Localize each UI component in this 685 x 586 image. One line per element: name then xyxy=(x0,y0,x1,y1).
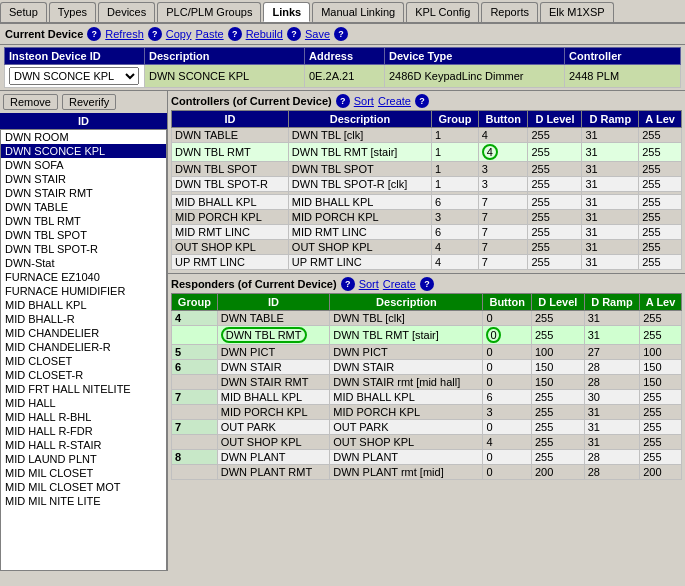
paste-help-icon[interactable]: ? xyxy=(228,27,242,41)
table-row[interactable]: DWN TBL RMTDWN TBL RMT [stair]025531255 xyxy=(172,326,682,345)
resp-desc-cell: DWN PLANT rmt [mid] xyxy=(330,465,483,480)
table-row[interactable]: 7OUT PARKOUT PARK025531255 xyxy=(172,420,682,435)
table-cell: 4 xyxy=(432,255,479,270)
device-header-bar: Insteon Device ID Description Address De… xyxy=(0,45,685,91)
table-row[interactable]: OUT SHOP KPLOUT SHOP KPL425531255 xyxy=(172,435,682,450)
device-list-item[interactable]: MID CLOSET-R xyxy=(1,368,166,382)
responders-create-help-icon[interactable]: ? xyxy=(420,277,434,291)
table-row[interactable]: MID BHALL KPLMID BHALL KPL6725531255 xyxy=(172,195,682,210)
resp-desc-cell: DWN TBL RMT [stair] xyxy=(330,326,483,345)
responders-header: Responders (of Current Device) ? Sort Cr… xyxy=(171,277,682,291)
table-cell: 255 xyxy=(639,143,682,162)
table-cell: 255 xyxy=(528,210,582,225)
table-row[interactable]: 6DWN STAIRDWN STAIR015028150 xyxy=(172,360,682,375)
table-row[interactable]: 7MID BHALL KPLMID BHALL KPL625530255 xyxy=(172,390,682,405)
responders-table-scroll[interactable]: Group ID Description Button D Level D Ra… xyxy=(171,293,682,480)
resp-id-cell: DWN TABLE xyxy=(217,311,330,326)
table-cell: 31 xyxy=(582,225,639,240)
device-list-item[interactable]: MID BHALL-R xyxy=(1,312,166,326)
remove-button[interactable]: Remove xyxy=(3,94,58,110)
table-row[interactable]: DWN TBL SPOT-RDWN TBL SPOT-R [clk]132553… xyxy=(172,177,682,192)
controllers-create-help-icon[interactable]: ? xyxy=(415,94,429,108)
tab-types[interactable]: Types xyxy=(49,2,96,22)
device-list-item[interactable]: MID HALL R-STAIR xyxy=(1,438,166,452)
device-list-item[interactable]: DWN SOFA xyxy=(1,158,166,172)
device-list-item[interactable]: MID BHALL KPL xyxy=(1,298,166,312)
copy-link[interactable]: Copy xyxy=(166,28,192,40)
device-list-item[interactable]: FURNACE EZ1040 xyxy=(1,270,166,284)
responders-create-link[interactable]: Create xyxy=(383,278,416,290)
controllers-create-link[interactable]: Create xyxy=(378,95,411,107)
device-list-item[interactable]: DWN TABLE xyxy=(1,200,166,214)
resp-dramp-cell: 31 xyxy=(584,405,640,420)
device-list-item[interactable]: MID HALL R-FDR xyxy=(1,424,166,438)
tab-manual-linking[interactable]: Manual Linking xyxy=(312,2,404,22)
device-address-value: 0E.2A.21 xyxy=(305,65,385,88)
save-help-icon[interactable]: ? xyxy=(334,27,348,41)
table-row[interactable]: MID PORCH KPLMID PORCH KPL3725531255 xyxy=(172,210,682,225)
device-list-item[interactable]: FURNACE HUMIDIFIER xyxy=(1,284,166,298)
table-row[interactable]: UP RMT LINCUP RMT LINC4725531255 xyxy=(172,255,682,270)
device-list-item[interactable]: DWN STAIR xyxy=(1,172,166,186)
device-list-item[interactable]: MID FRT HALL NITELITE xyxy=(1,382,166,396)
device-list-item[interactable]: DWN STAIR RMT xyxy=(1,186,166,200)
tab-elk[interactable]: Elk M1XSP xyxy=(540,2,614,22)
device-list-item[interactable]: MID LAUND PLNT xyxy=(1,452,166,466)
device-list[interactable]: DWN ROOMDWN SCONCE KPLDWN SOFADWN STAIRD… xyxy=(0,129,167,571)
controllers-help-icon[interactable]: ? xyxy=(336,94,350,108)
resp-dlevel-cell: 255 xyxy=(531,311,584,326)
reverify-button[interactable]: Reverify xyxy=(62,94,116,110)
table-row[interactable]: DWN TBL RMTDWN TBL RMT [stair]1425531255 xyxy=(172,143,682,162)
tab-plcplm[interactable]: PLC/PLM Groups xyxy=(157,2,261,22)
tab-setup[interactable]: Setup xyxy=(0,2,47,22)
save-link[interactable]: Save xyxy=(305,28,330,40)
resp-desc-cell: DWN PLANT xyxy=(330,450,483,465)
device-list-item[interactable]: DWN-Stat xyxy=(1,256,166,270)
table-cell: 3 xyxy=(478,162,528,177)
table-row[interactable]: OUT SHOP KPLOUT SHOP KPL4725531255 xyxy=(172,240,682,255)
device-list-item[interactable]: MID HALL xyxy=(1,396,166,410)
table-row[interactable]: 4DWN TABLEDWN TBL [clk]025531255 xyxy=(172,311,682,326)
device-list-item[interactable]: MID HALL R-BHL xyxy=(1,410,166,424)
device-list-item[interactable]: DWN TBL SPOT-R xyxy=(1,242,166,256)
table-row[interactable]: DWN TABLEDWN TBL [clk]1425531255 xyxy=(172,128,682,143)
table-row[interactable]: 5DWN PICTDWN PICT010027100 xyxy=(172,345,682,360)
tab-reports[interactable]: Reports xyxy=(481,2,538,22)
tab-links[interactable]: Links xyxy=(263,2,310,22)
device-select[interactable]: DWN SCONCE KPL xyxy=(9,67,139,85)
table-cell: MID PORCH KPL xyxy=(172,210,289,225)
table-row[interactable]: 8DWN PLANTDWN PLANT025528255 xyxy=(172,450,682,465)
device-list-item[interactable]: MID MIL CLOSET MOT xyxy=(1,480,166,494)
device-list-item[interactable]: MID CLOSET xyxy=(1,354,166,368)
device-list-item[interactable]: MID CHANDELIER-R xyxy=(1,340,166,354)
device-list-item[interactable]: DWN ROOM xyxy=(1,130,166,144)
resp-desc-cell: MID PORCH KPL xyxy=(330,405,483,420)
tab-kpl-config[interactable]: KPL Config xyxy=(406,2,479,22)
device-list-item[interactable]: DWN TBL SPOT xyxy=(1,228,166,242)
device-list-item[interactable]: DWN SCONCE KPL xyxy=(1,144,166,158)
rebuild-link[interactable]: Rebuild xyxy=(246,28,283,40)
responders-help-icon[interactable]: ? xyxy=(341,277,355,291)
table-row[interactable]: DWN STAIR RMTDWN STAIR rmt [mid hall]015… xyxy=(172,375,682,390)
table-cell: 4 xyxy=(478,143,528,162)
table-cell: 255 xyxy=(528,195,582,210)
responders-sort-link[interactable]: Sort xyxy=(359,278,379,290)
refresh-link[interactable]: Refresh xyxy=(105,28,144,40)
table-row[interactable]: MID PORCH KPLMID PORCH KPL325531255 xyxy=(172,405,682,420)
current-device-help-icon[interactable]: ? xyxy=(87,27,101,41)
device-list-item[interactable]: MID MIL NITE LITE xyxy=(1,494,166,508)
table-row[interactable]: DWN PLANT RMTDWN PLANT rmt [mid]02002820… xyxy=(172,465,682,480)
resp-group-cell: 8 xyxy=(172,450,218,465)
table-row[interactable]: MID RMT LINCMID RMT LINC6725531255 xyxy=(172,225,682,240)
refresh-help-icon[interactable]: ? xyxy=(148,27,162,41)
device-list-item[interactable]: MID MIL CLOSET xyxy=(1,466,166,480)
paste-link[interactable]: Paste xyxy=(195,28,223,40)
tab-devices[interactable]: Devices xyxy=(98,2,155,22)
col-insteon-device-id: Insteon Device ID xyxy=(5,48,145,65)
table-row[interactable]: DWN TBL SPOTDWN TBL SPOT1325531255 xyxy=(172,162,682,177)
rebuild-help-icon[interactable]: ? xyxy=(287,27,301,41)
controllers-sort-link[interactable]: Sort xyxy=(354,95,374,107)
controllers-table-scroll[interactable]: ID Description Group Button D Level D Ra… xyxy=(171,110,682,270)
device-list-item[interactable]: MID CHANDELIER xyxy=(1,326,166,340)
device-list-item[interactable]: DWN TBL RMT xyxy=(1,214,166,228)
